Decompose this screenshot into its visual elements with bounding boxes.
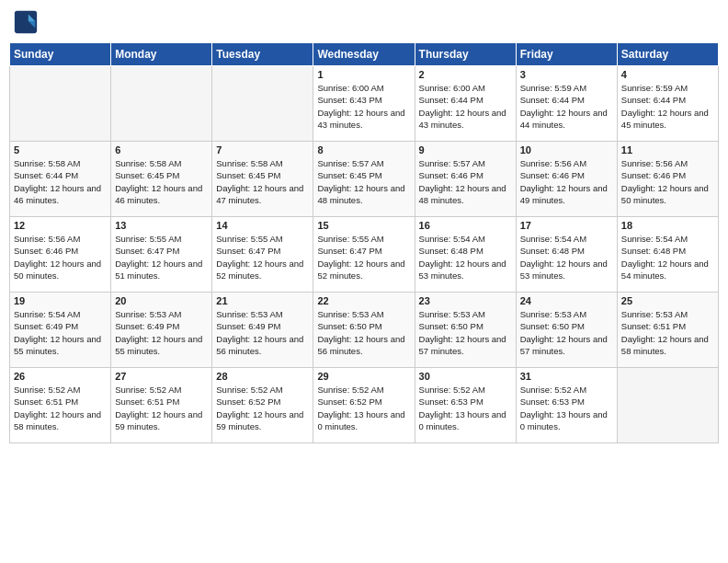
day-info: Sunrise: 5:52 AMSunset: 6:52 PMDaylight:… [317,384,410,432]
day-number: 10 [520,144,613,155]
day-info: Sunrise: 5:53 AMSunset: 6:49 PMDaylight:… [216,308,309,357]
day-number: 30 [419,371,512,382]
day-info: Sunrise: 5:54 AMSunset: 6:48 PMDaylight:… [419,233,512,282]
page-header [9,9,719,35]
day-info: Sunrise: 5:54 AMSunset: 6:48 PMDaylight:… [621,233,714,282]
day-number: 4 [621,69,714,80]
calendar-week-row: 26 Sunrise: 5:52 AMSunset: 6:51 PMDaylig… [10,368,719,443]
calendar-day-cell: 7 Sunrise: 5:58 AMSunset: 6:45 PMDayligh… [212,142,313,217]
weekday-header-cell: Monday [111,43,212,66]
day-info: Sunrise: 5:52 AMSunset: 6:53 PMDaylight:… [520,384,613,432]
calendar-day-cell: 23 Sunrise: 5:53 AMSunset: 6:50 PMDaylig… [415,293,516,368]
calendar-day-cell: 26 Sunrise: 5:52 AMSunset: 6:51 PMDaylig… [10,368,111,443]
day-info: Sunrise: 5:53 AMSunset: 6:49 PMDaylight:… [115,308,208,357]
calendar-week-row: 1 Sunrise: 6:00 AMSunset: 6:43 PMDayligh… [10,66,719,142]
calendar-day-cell [212,66,313,142]
calendar-day-cell: 3 Sunrise: 5:59 AMSunset: 6:44 PMDayligh… [516,66,617,142]
day-info: Sunrise: 5:57 AMSunset: 6:46 PMDaylight:… [419,157,512,206]
day-info: Sunrise: 5:55 AMSunset: 6:47 PMDaylight:… [317,233,410,282]
day-info: Sunrise: 5:59 AMSunset: 6:44 PMDaylight:… [621,82,714,131]
day-number: 21 [216,295,309,306]
day-info: Sunrise: 5:52 AMSunset: 6:51 PMDaylight:… [115,384,208,432]
day-number: 15 [317,220,410,231]
day-number: 6 [115,144,208,155]
calendar-day-cell: 8 Sunrise: 5:57 AMSunset: 6:45 PMDayligh… [313,142,415,217]
calendar-day-cell: 20 Sunrise: 5:53 AMSunset: 6:49 PMDaylig… [111,293,212,368]
calendar-day-cell [111,66,212,142]
day-number: 3 [520,69,613,80]
day-number: 26 [14,371,107,382]
day-info: Sunrise: 5:54 AMSunset: 6:48 PMDaylight:… [520,233,613,282]
day-number: 1 [317,69,410,80]
day-number: 5 [14,144,107,155]
calendar-day-cell: 24 Sunrise: 5:53 AMSunset: 6:50 PMDaylig… [516,293,617,368]
calendar-day-cell: 16 Sunrise: 5:54 AMSunset: 6:48 PMDaylig… [415,217,516,293]
calendar-table: SundayMondayTuesdayWednesdayThursdayFrid… [9,42,719,443]
day-number: 7 [216,144,309,155]
calendar-day-cell: 14 Sunrise: 5:55 AMSunset: 6:47 PMDaylig… [212,217,313,293]
day-number: 8 [317,144,410,155]
day-info: Sunrise: 5:56 AMSunset: 6:46 PMDaylight:… [14,233,107,282]
day-number: 27 [115,371,208,382]
day-info: Sunrise: 5:53 AMSunset: 6:50 PMDaylight:… [520,308,613,357]
calendar-body: 1 Sunrise: 6:00 AMSunset: 6:43 PMDayligh… [10,66,719,443]
calendar-day-cell: 19 Sunrise: 5:54 AMSunset: 6:49 PMDaylig… [10,293,111,368]
day-number: 2 [419,69,512,80]
calendar-day-cell: 28 Sunrise: 5:52 AMSunset: 6:52 PMDaylig… [212,368,313,443]
day-number: 14 [216,220,309,231]
day-number: 22 [317,295,410,306]
day-number: 25 [621,295,714,306]
calendar-day-cell: 17 Sunrise: 5:54 AMSunset: 6:48 PMDaylig… [516,217,617,293]
day-info: Sunrise: 5:59 AMSunset: 6:44 PMDaylight:… [520,82,613,131]
day-number: 19 [14,295,107,306]
day-info: Sunrise: 5:52 AMSunset: 6:51 PMDaylight:… [14,384,107,432]
calendar-day-cell: 2 Sunrise: 6:00 AMSunset: 6:44 PMDayligh… [415,66,516,142]
calendar-day-cell [10,66,111,142]
calendar-day-cell: 9 Sunrise: 5:57 AMSunset: 6:46 PMDayligh… [415,142,516,217]
calendar-day-cell: 11 Sunrise: 5:56 AMSunset: 6:46 PMDaylig… [617,142,718,217]
calendar-day-cell: 6 Sunrise: 5:58 AMSunset: 6:45 PMDayligh… [111,142,212,217]
logo [13,9,42,35]
weekday-header-cell: Sunday [10,43,111,66]
day-info: Sunrise: 5:58 AMSunset: 6:45 PMDaylight:… [115,157,208,206]
calendar-day-cell [617,368,718,443]
logo-icon [13,9,39,35]
day-info: Sunrise: 5:57 AMSunset: 6:45 PMDaylight:… [317,157,410,206]
weekday-header-row: SundayMondayTuesdayWednesdayThursdayFrid… [10,43,719,66]
calendar-day-cell: 4 Sunrise: 5:59 AMSunset: 6:44 PMDayligh… [617,66,718,142]
calendar-day-cell: 30 Sunrise: 5:52 AMSunset: 6:53 PMDaylig… [415,368,516,443]
calendar-day-cell: 25 Sunrise: 5:53 AMSunset: 6:51 PMDaylig… [617,293,718,368]
day-number: 23 [419,295,512,306]
weekday-header-cell: Thursday [415,43,516,66]
day-info: Sunrise: 5:55 AMSunset: 6:47 PMDaylight:… [216,233,309,282]
calendar-day-cell: 13 Sunrise: 5:55 AMSunset: 6:47 PMDaylig… [111,217,212,293]
weekday-header-cell: Wednesday [313,43,415,66]
calendar-week-row: 19 Sunrise: 5:54 AMSunset: 6:49 PMDaylig… [10,293,719,368]
day-number: 13 [115,220,208,231]
calendar-day-cell: 27 Sunrise: 5:52 AMSunset: 6:51 PMDaylig… [111,368,212,443]
calendar-day-cell: 21 Sunrise: 5:53 AMSunset: 6:49 PMDaylig… [212,293,313,368]
day-number: 9 [419,144,512,155]
calendar-day-cell: 10 Sunrise: 5:56 AMSunset: 6:46 PMDaylig… [516,142,617,217]
day-number: 29 [317,371,410,382]
day-info: Sunrise: 5:54 AMSunset: 6:49 PMDaylight:… [14,308,107,357]
day-number: 11 [621,144,714,155]
day-info: Sunrise: 5:58 AMSunset: 6:44 PMDaylight:… [14,157,107,206]
day-number: 12 [14,220,107,231]
day-info: Sunrise: 5:58 AMSunset: 6:45 PMDaylight:… [216,157,309,206]
calendar-day-cell: 29 Sunrise: 5:52 AMSunset: 6:52 PMDaylig… [313,368,415,443]
calendar-week-row: 12 Sunrise: 5:56 AMSunset: 6:46 PMDaylig… [10,217,719,293]
weekday-header-cell: Tuesday [212,43,313,66]
day-number: 18 [621,220,714,231]
day-number: 16 [419,220,512,231]
day-info: Sunrise: 5:53 AMSunset: 6:50 PMDaylight:… [419,308,512,357]
day-info: Sunrise: 5:56 AMSunset: 6:46 PMDaylight:… [621,157,714,206]
calendar-day-cell: 12 Sunrise: 5:56 AMSunset: 6:46 PMDaylig… [10,217,111,293]
day-number: 31 [520,371,613,382]
day-info: Sunrise: 5:53 AMSunset: 6:50 PMDaylight:… [317,308,410,357]
day-number: 20 [115,295,208,306]
day-info: Sunrise: 6:00 AMSunset: 6:43 PMDaylight:… [317,82,410,131]
calendar-week-row: 5 Sunrise: 5:58 AMSunset: 6:44 PMDayligh… [10,142,719,217]
day-info: Sunrise: 5:55 AMSunset: 6:47 PMDaylight:… [115,233,208,282]
weekday-header-cell: Saturday [617,43,718,66]
